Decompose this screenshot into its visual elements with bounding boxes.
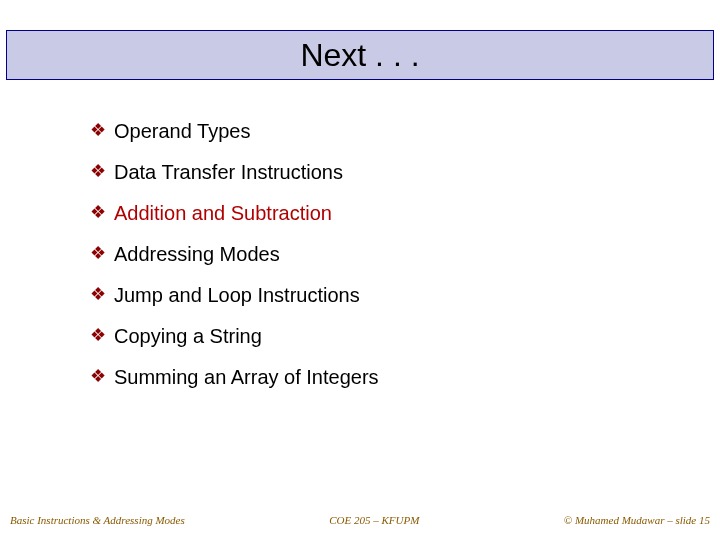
list-item: ❖ Addressing Modes	[90, 243, 680, 266]
bullet-text: Jump and Loop Instructions	[114, 284, 360, 307]
footer-center: COE 205 – KFUPM	[329, 514, 419, 526]
list-item: ❖ Data Transfer Instructions	[90, 161, 680, 184]
diamond-bullet-icon: ❖	[90, 121, 106, 139]
bullet-text: Copying a String	[114, 325, 262, 348]
slide-title: Next . . .	[300, 37, 419, 74]
bullet-list: ❖ Operand Types ❖ Data Transfer Instruct…	[90, 120, 680, 407]
footer-right: © Muhamed Mudawar – slide 15	[564, 514, 710, 526]
list-item: ❖ Summing an Array of Integers	[90, 366, 680, 389]
footer-left: Basic Instructions & Addressing Modes	[10, 514, 185, 526]
list-item: ❖ Operand Types	[90, 120, 680, 143]
list-item: ❖ Copying a String	[90, 325, 680, 348]
diamond-bullet-icon: ❖	[90, 367, 106, 385]
bullet-text: Addition and Subtraction	[114, 202, 332, 225]
title-bar: Next . . .	[6, 30, 714, 80]
bullet-text: Data Transfer Instructions	[114, 161, 343, 184]
list-item: ❖ Addition and Subtraction	[90, 202, 680, 225]
diamond-bullet-icon: ❖	[90, 203, 106, 221]
bullet-text: Addressing Modes	[114, 243, 280, 266]
footer: Basic Instructions & Addressing Modes CO…	[10, 514, 710, 526]
diamond-bullet-icon: ❖	[90, 162, 106, 180]
diamond-bullet-icon: ❖	[90, 244, 106, 262]
diamond-bullet-icon: ❖	[90, 285, 106, 303]
bullet-text: Operand Types	[114, 120, 250, 143]
bullet-text: Summing an Array of Integers	[114, 366, 379, 389]
diamond-bullet-icon: ❖	[90, 326, 106, 344]
list-item: ❖ Jump and Loop Instructions	[90, 284, 680, 307]
